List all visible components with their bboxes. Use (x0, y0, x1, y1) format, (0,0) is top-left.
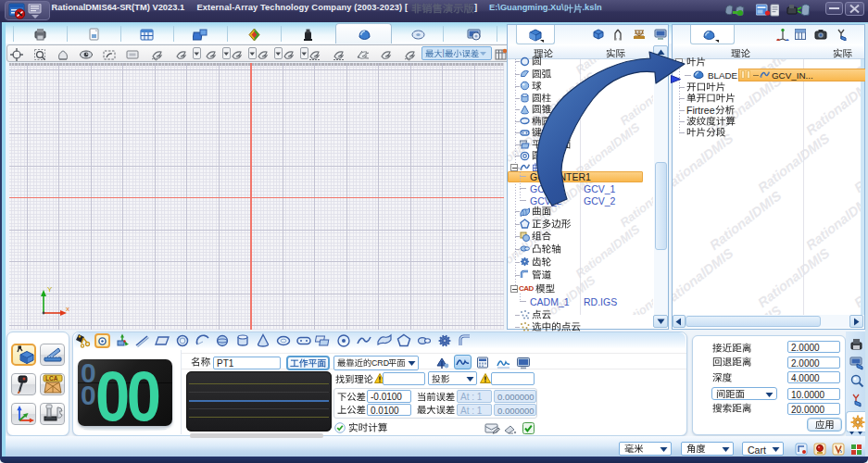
svg-text:Y: Y (47, 285, 53, 294)
svg-text:LCA: LCA (45, 375, 58, 382)
svg-text:x: x (66, 305, 69, 313)
